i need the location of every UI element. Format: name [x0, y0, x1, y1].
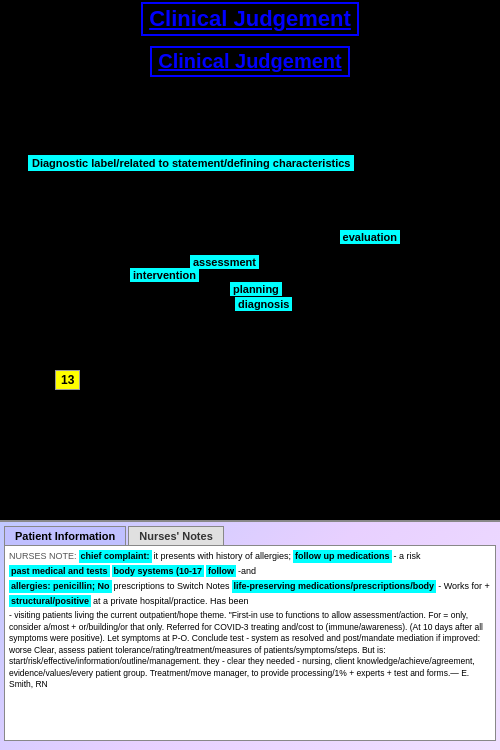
chief-complaint-link[interactable]: chief complaint: [79, 550, 152, 563]
page-title-top: Clinical Judgement [141, 2, 359, 36]
panel-narrative: - visiting patients living the current o… [9, 610, 491, 690]
nurses-note-label: NURSES NOTE: [9, 550, 77, 563]
label-diagnosis: diagnosis [235, 297, 292, 311]
follow-link[interactable]: follow [206, 565, 236, 578]
panel-row-1: NURSES NOTE: chief complaint: it present… [9, 550, 491, 577]
tab-bar: Patient Information Nurses' Notes [0, 522, 500, 545]
tab-nurses-notes[interactable]: Nurses' Notes [128, 526, 224, 545]
number-box: 13 [55, 370, 80, 390]
allergies-link[interactable]: allergies: penicillin; No [9, 580, 112, 593]
label-planning: planning [230, 282, 282, 296]
bottom-panel: Patient Information Nurses' Notes NURSES… [0, 520, 500, 750]
diagram-area: evaluation assessment intervention plann… [0, 200, 500, 360]
follow-up-medications-link[interactable]: follow up medications [293, 550, 392, 563]
tab-patient-information[interactable]: Patient Information [4, 526, 126, 545]
label-assessment: assessment [190, 255, 259, 269]
page-title-second: Clinical Judgement [150, 46, 349, 77]
label-intervention: intervention [130, 268, 199, 282]
body-systems-link[interactable]: body systems (10-17 [112, 565, 205, 578]
panel-content: NURSES NOTE: chief complaint: it present… [4, 545, 496, 741]
structural-positive-link[interactable]: structural/positive [9, 595, 91, 608]
past-medical-link[interactable]: past medical and tests [9, 565, 110, 578]
panel-row-2: allergies: penicillin; No prescriptions … [9, 580, 491, 607]
label-evaluation: evaluation [340, 230, 400, 244]
life-preserving-link[interactable]: life-preserving medications/prescription… [232, 580, 437, 593]
diagnostic-label: Diagnostic label/related to statement/de… [28, 155, 354, 171]
